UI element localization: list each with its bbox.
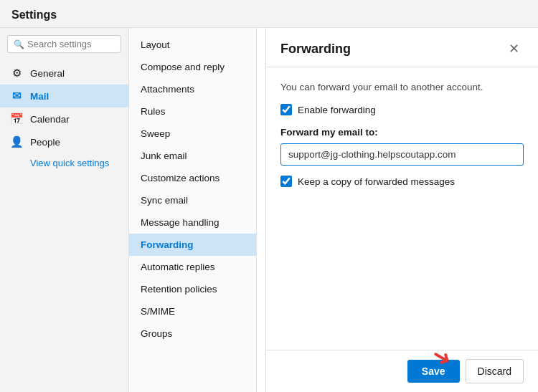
sidebar-label-people: People: [30, 137, 60, 148]
sidebar: 🔍 ⚙ General ✉ Mail 📅 Calendar 👤 People V…: [0, 28, 129, 392]
forward-email-input[interactable]: [280, 143, 524, 166]
enable-forwarding-checkbox[interactable]: [280, 104, 292, 115]
title-bar: Settings: [0, 0, 538, 28]
mid-nav-attachments[interactable]: Attachments: [129, 78, 256, 100]
mid-nav-sync[interactable]: Sync email: [129, 189, 256, 211]
keep-copy-row: Keep a copy of forwarded messages: [280, 176, 524, 187]
mid-nav-smime[interactable]: S/MIME: [129, 300, 256, 322]
keep-copy-checkbox[interactable]: [280, 176, 292, 187]
forward-email-label: Forward my email to:: [280, 127, 524, 138]
mid-nav-forwarding[interactable]: Forwarding: [129, 234, 256, 256]
content-area: 🔍 ⚙ General ✉ Mail 📅 Calendar 👤 People V…: [0, 28, 538, 392]
enable-forwarding-row: Enable forwarding: [280, 104, 524, 115]
search-icon: 🔍: [14, 39, 24, 49]
people-icon: 👤: [10, 135, 23, 148]
mid-nav-sweep[interactable]: Sweep: [129, 123, 256, 145]
window-title: Settings: [11, 9, 57, 21]
enable-forwarding-label[interactable]: Enable forwarding: [298, 105, 376, 115]
mid-nav: Layout Compose and reply Attachments Rul…: [129, 28, 257, 392]
mid-nav-rules[interactable]: Rules: [129, 100, 256, 123]
mid-nav-retention[interactable]: Retention policies: [129, 278, 256, 300]
view-quick-settings-link[interactable]: View quick settings: [0, 153, 128, 173]
close-button[interactable]: ✕: [504, 39, 524, 58]
mid-nav-compose[interactable]: Compose and reply: [129, 56, 256, 78]
sidebar-label-general: General: [30, 68, 65, 79]
mid-nav-layout[interactable]: Layout: [129, 34, 256, 56]
search-input[interactable]: [27, 39, 115, 49]
calendar-icon: 📅: [10, 113, 23, 125]
mid-nav-junk[interactable]: Junk email: [129, 145, 256, 167]
dialog-header: Forwarding ✕: [266, 28, 538, 67]
main-panel: Forwarding ✕ You can forward your email …: [257, 28, 538, 392]
dialog-body: You can forward your email to another ac…: [266, 67, 538, 350]
dialog-footer: ➜ Save Discard: [266, 350, 538, 392]
sidebar-item-calendar[interactable]: 📅 Calendar: [0, 107, 128, 130]
mid-nav-auto[interactable]: Automatic replies: [129, 256, 256, 278]
sidebar-item-people[interactable]: 👤 People: [0, 130, 128, 153]
mail-icon: ✉: [10, 90, 23, 102]
sidebar-item-general[interactable]: ⚙ General: [0, 62, 128, 85]
discard-button[interactable]: Discard: [466, 359, 524, 383]
save-button[interactable]: Save: [407, 360, 460, 383]
mid-nav-groups[interactable]: Groups: [129, 322, 256, 345]
sidebar-label-mail: Mail: [30, 91, 49, 102]
settings-window: Settings 🔍 ⚙ General ✉ Mail 📅 Calendar 👤: [0, 0, 538, 392]
dialog-description: You can forward your email to another ac…: [280, 82, 524, 92]
mid-nav-message[interactable]: Message handling: [129, 211, 256, 234]
gear-icon: ⚙: [10, 67, 23, 80]
dialog-title: Forwarding: [280, 42, 351, 57]
sidebar-label-calendar: Calendar: [30, 114, 70, 125]
mid-nav-customize[interactable]: Customize actions: [129, 167, 256, 189]
search-box[interactable]: 🔍: [7, 35, 121, 53]
sidebar-item-mail[interactable]: ✉ Mail: [0, 85, 128, 107]
forwarding-dialog: Forwarding ✕ You can forward your email …: [265, 28, 538, 392]
keep-copy-label[interactable]: Keep a copy of forwarded messages: [298, 176, 455, 187]
